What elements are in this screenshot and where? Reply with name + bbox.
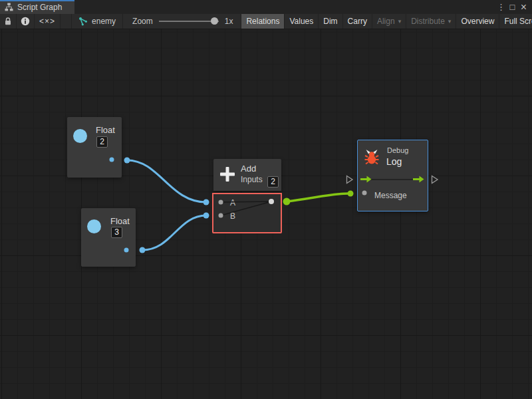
- preview-code-button[interactable]: <×>: [35, 14, 61, 29]
- node-add-header[interactable]: Add Inputs 2: [213, 159, 281, 191]
- carry-label: Carry: [348, 17, 367, 26]
- node-float-2[interactable]: Float 3: [81, 208, 136, 267]
- node-add-body-selected[interactable]: A B: [212, 193, 282, 233]
- flow-hint-triangle-right-icon: [431, 175, 439, 184]
- graph-name-label: enemy: [92, 17, 116, 26]
- dim-label: Dim: [323, 17, 337, 26]
- port-a-label: A: [230, 198, 235, 207]
- info-icon: [21, 17, 30, 26]
- maximize-icon[interactable]: □: [507, 0, 517, 14]
- flow-hint-triangle-left-icon: [346, 175, 354, 184]
- tab-script-graph[interactable]: Script Graph: [0, 0, 74, 14]
- overview-button[interactable]: Overview: [456, 14, 499, 29]
- port-b-label: B: [230, 211, 235, 221]
- chevron-down-icon: ▾: [398, 18, 402, 25]
- zoom-label: Zoom: [132, 17, 153, 26]
- wire-endpoint: [140, 247, 146, 253]
- float-value-field[interactable]: 2: [96, 136, 108, 148]
- toolbar-spacer: [123, 14, 132, 29]
- wire-endpoint: [283, 198, 291, 205]
- float-value-field[interactable]: 3: [111, 227, 122, 238]
- graph-tab-icon: [5, 3, 13, 11]
- inputs-label: Inputs: [241, 175, 263, 184]
- wire-endpoint: [203, 200, 209, 205]
- graph-toolbar: <×> enemy Zoom 1x Relations: [0, 14, 532, 29]
- full-screen-button[interactable]: Full Screen: [499, 14, 532, 29]
- values-toggle[interactable]: Values: [285, 14, 319, 29]
- wire-endpoint: [124, 158, 130, 164]
- node-float-1[interactable]: Float 2: [67, 117, 122, 178]
- window-controls: ⋮ □ ×: [496, 0, 532, 14]
- node-title: Float: [96, 125, 115, 135]
- full-screen-label: Full Screen: [504, 17, 532, 26]
- chevron-down-icon: ▾: [448, 18, 452, 25]
- code-brackets-icon: <×>: [39, 17, 55, 26]
- wire-endpoint: [203, 213, 209, 219]
- node-title: Float: [110, 216, 130, 226]
- lock-icon: [4, 17, 12, 26]
- relations-toggle[interactable]: Relations: [241, 14, 285, 29]
- wire-float1-to-a[interactable]: [127, 160, 206, 202]
- zoom-slider-handle[interactable]: [211, 17, 218, 25]
- float-type-icon: [73, 129, 87, 143]
- inspect-button[interactable]: [17, 14, 35, 29]
- align-dropdown[interactable]: Align ▾: [372, 14, 406, 29]
- zoom-control: Zoom 1x: [132, 14, 233, 29]
- message-port-label: Message: [374, 191, 407, 200]
- values-label: Values: [289, 17, 313, 26]
- tab-title: Script Graph: [17, 3, 62, 12]
- wire-add-to-message[interactable]: [287, 194, 348, 201]
- node-title: Add: [241, 164, 256, 174]
- wire-endpoint: [348, 191, 354, 197]
- titlebar: Script Graph ⋮ □ ×: [0, 0, 532, 14]
- zoom-slider[interactable]: [159, 21, 219, 22]
- flow-output-arrow-icon[interactable]: [413, 176, 424, 183]
- graph-canvas[interactable]: Float 2 Float 3 Add Inputs 2 A B: [0, 29, 532, 399]
- breadcrumb-graph[interactable]: enemy: [71, 14, 123, 29]
- window-menu-icon[interactable]: ⋮: [496, 0, 506, 14]
- graph-icon: [78, 17, 88, 26]
- lock-button[interactable]: [0, 14, 17, 29]
- script-graph-window: Script Graph ⋮ □ ×: [0, 0, 532, 399]
- plus-icon: [218, 165, 237, 184]
- bug-icon: [363, 148, 380, 166]
- flow-input-arrow-icon[interactable]: [360, 176, 372, 183]
- overview-label: Overview: [461, 17, 494, 26]
- distribute-dropdown[interactable]: Distribute ▾: [406, 14, 456, 29]
- dim-toggle[interactable]: Dim: [319, 14, 342, 29]
- carry-toggle[interactable]: Carry: [343, 14, 372, 29]
- close-icon[interactable]: ×: [519, 0, 529, 14]
- relations-label: Relations: [246, 17, 279, 26]
- distribute-label: Distribute: [411, 17, 445, 26]
- node-title: Log: [386, 156, 402, 167]
- wire-float2-to-b[interactable]: [142, 215, 206, 250]
- float-type-icon: [87, 219, 101, 233]
- tab-accent-line: [0, 0, 74, 1]
- align-label: Align: [377, 17, 395, 26]
- node-category: Debug: [387, 146, 408, 154]
- inputs-count-field[interactable]: 2: [267, 176, 279, 188]
- zoom-value: 1x: [225, 17, 233, 26]
